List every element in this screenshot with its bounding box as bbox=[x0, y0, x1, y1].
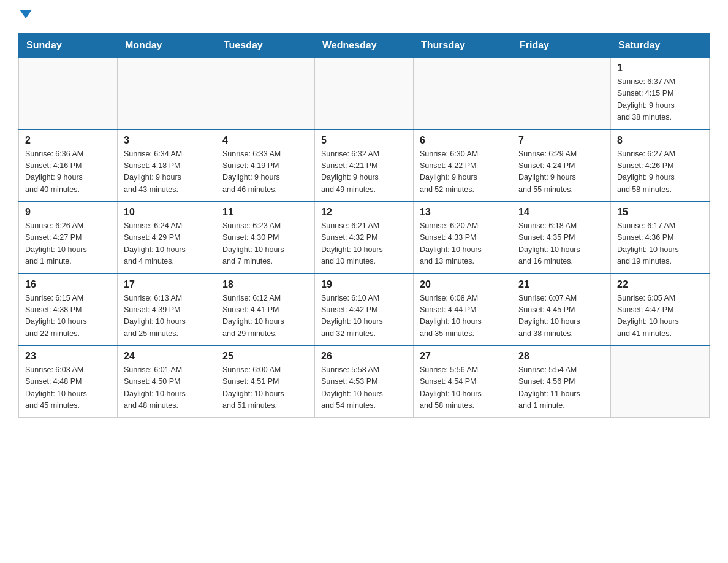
day-number: 11 bbox=[222, 207, 308, 218]
day-number: 8 bbox=[617, 135, 703, 146]
day-number: 4 bbox=[222, 135, 308, 146]
day-number: 15 bbox=[617, 207, 703, 218]
day-number: 6 bbox=[420, 135, 506, 146]
calendar-cell: 7Sunrise: 6:29 AM Sunset: 4:24 PM Daylig… bbox=[512, 129, 611, 202]
day-number: 3 bbox=[124, 135, 210, 146]
day-number: 12 bbox=[321, 207, 407, 218]
calendar-week-row: 1Sunrise: 6:37 AM Sunset: 4:15 PM Daylig… bbox=[19, 58, 710, 129]
day-info: Sunrise: 6:36 AM Sunset: 4:16 PM Dayligh… bbox=[25, 148, 111, 196]
calendar-cell: 22Sunrise: 6:05 AM Sunset: 4:47 PM Dayli… bbox=[611, 274, 710, 346]
calendar-cell: 8Sunrise: 6:27 AM Sunset: 4:26 PM Daylig… bbox=[611, 129, 710, 202]
day-info: Sunrise: 6:15 AM Sunset: 4:38 PM Dayligh… bbox=[25, 293, 111, 340]
calendar-cell: 19Sunrise: 6:10 AM Sunset: 4:42 PM Dayli… bbox=[315, 274, 414, 346]
calendar-cell: 26Sunrise: 5:58 AM Sunset: 4:53 PM Dayli… bbox=[315, 345, 414, 417]
calendar-header-row: SundayMondayTuesdayWednesdayThursdayFrid… bbox=[19, 34, 710, 58]
calendar-cell bbox=[611, 345, 710, 417]
page-header bbox=[18, 12, 710, 21]
day-number: 19 bbox=[321, 279, 407, 290]
col-header-friday: Friday bbox=[512, 34, 611, 58]
calendar-cell: 4Sunrise: 6:33 AM Sunset: 4:19 PM Daylig… bbox=[216, 129, 315, 202]
day-info: Sunrise: 6:23 AM Sunset: 4:30 PM Dayligh… bbox=[222, 220, 308, 268]
day-info: Sunrise: 5:58 AM Sunset: 4:53 PM Dayligh… bbox=[321, 364, 407, 412]
day-info: Sunrise: 6:29 AM Sunset: 4:24 PM Dayligh… bbox=[518, 148, 604, 196]
calendar-cell: 28Sunrise: 5:54 AM Sunset: 4:56 PM Dayli… bbox=[512, 345, 611, 417]
col-header-tuesday: Tuesday bbox=[216, 34, 315, 58]
day-info: Sunrise: 6:30 AM Sunset: 4:22 PM Dayligh… bbox=[420, 148, 506, 196]
calendar-week-row: 9Sunrise: 6:26 AM Sunset: 4:27 PM Daylig… bbox=[19, 201, 710, 274]
col-header-thursday: Thursday bbox=[414, 34, 512, 58]
day-info: Sunrise: 6:24 AM Sunset: 4:29 PM Dayligh… bbox=[124, 220, 210, 268]
calendar-cell bbox=[414, 58, 512, 129]
calendar-cell: 10Sunrise: 6:24 AM Sunset: 4:29 PM Dayli… bbox=[118, 201, 216, 274]
day-info: Sunrise: 6:37 AM Sunset: 4:15 PM Dayligh… bbox=[617, 76, 703, 124]
day-number: 7 bbox=[518, 135, 604, 146]
day-info: Sunrise: 6:08 AM Sunset: 4:44 PM Dayligh… bbox=[420, 293, 506, 340]
day-info: Sunrise: 6:27 AM Sunset: 4:26 PM Dayligh… bbox=[617, 148, 703, 196]
calendar-cell bbox=[216, 58, 315, 129]
day-number: 10 bbox=[124, 207, 210, 218]
calendar-cell: 14Sunrise: 6:18 AM Sunset: 4:35 PM Dayli… bbox=[512, 201, 611, 274]
col-header-sunday: Sunday bbox=[19, 34, 118, 58]
day-number: 24 bbox=[124, 351, 210, 362]
day-info: Sunrise: 5:56 AM Sunset: 4:54 PM Dayligh… bbox=[420, 364, 506, 412]
day-number: 22 bbox=[617, 279, 703, 290]
calendar-cell: 1Sunrise: 6:37 AM Sunset: 4:15 PM Daylig… bbox=[611, 58, 710, 129]
calendar-cell: 27Sunrise: 5:56 AM Sunset: 4:54 PM Dayli… bbox=[414, 345, 512, 417]
calendar-cell: 9Sunrise: 6:26 AM Sunset: 4:27 PM Daylig… bbox=[19, 201, 118, 274]
day-info: Sunrise: 6:13 AM Sunset: 4:39 PM Dayligh… bbox=[124, 293, 210, 340]
calendar-cell: 20Sunrise: 6:08 AM Sunset: 4:44 PM Dayli… bbox=[414, 274, 512, 346]
calendar-cell: 18Sunrise: 6:12 AM Sunset: 4:41 PM Dayli… bbox=[216, 274, 315, 346]
day-number: 14 bbox=[518, 207, 604, 218]
calendar-cell: 11Sunrise: 6:23 AM Sunset: 4:30 PM Dayli… bbox=[216, 201, 315, 274]
day-number: 20 bbox=[420, 279, 506, 290]
calendar-cell: 13Sunrise: 6:20 AM Sunset: 4:33 PM Dayli… bbox=[414, 201, 512, 274]
day-info: Sunrise: 6:07 AM Sunset: 4:45 PM Dayligh… bbox=[518, 293, 604, 340]
calendar-week-row: 2Sunrise: 6:36 AM Sunset: 4:16 PM Daylig… bbox=[19, 129, 710, 202]
day-number: 27 bbox=[420, 351, 506, 362]
calendar-cell: 24Sunrise: 6:01 AM Sunset: 4:50 PM Dayli… bbox=[118, 345, 216, 417]
day-number: 26 bbox=[321, 351, 407, 362]
calendar-cell: 2Sunrise: 6:36 AM Sunset: 4:16 PM Daylig… bbox=[19, 129, 118, 202]
day-number: 2 bbox=[25, 135, 111, 146]
calendar-cell: 6Sunrise: 6:30 AM Sunset: 4:22 PM Daylig… bbox=[414, 129, 512, 202]
day-number: 13 bbox=[420, 207, 506, 218]
calendar-week-row: 23Sunrise: 6:03 AM Sunset: 4:48 PM Dayli… bbox=[19, 345, 710, 417]
day-info: Sunrise: 6:10 AM Sunset: 4:42 PM Dayligh… bbox=[321, 293, 407, 340]
day-info: Sunrise: 5:54 AM Sunset: 4:56 PM Dayligh… bbox=[518, 364, 604, 412]
logo bbox=[18, 12, 32, 21]
day-info: Sunrise: 6:33 AM Sunset: 4:19 PM Dayligh… bbox=[222, 148, 308, 196]
col-header-wednesday: Wednesday bbox=[315, 34, 414, 58]
calendar-cell: 25Sunrise: 6:00 AM Sunset: 4:51 PM Dayli… bbox=[216, 345, 315, 417]
day-number: 23 bbox=[25, 351, 111, 362]
day-number: 17 bbox=[124, 279, 210, 290]
calendar-cell: 23Sunrise: 6:03 AM Sunset: 4:48 PM Dayli… bbox=[19, 345, 118, 417]
calendar-cell bbox=[19, 58, 118, 129]
col-header-monday: Monday bbox=[118, 34, 216, 58]
col-header-saturday: Saturday bbox=[611, 34, 710, 58]
day-number: 16 bbox=[25, 279, 111, 290]
day-number: 25 bbox=[222, 351, 308, 362]
calendar-cell bbox=[315, 58, 414, 129]
calendar-cell: 21Sunrise: 6:07 AM Sunset: 4:45 PM Dayli… bbox=[512, 274, 611, 346]
day-number: 5 bbox=[321, 135, 407, 146]
day-info: Sunrise: 6:05 AM Sunset: 4:47 PM Dayligh… bbox=[617, 293, 703, 340]
day-info: Sunrise: 6:26 AM Sunset: 4:27 PM Dayligh… bbox=[25, 220, 111, 268]
day-info: Sunrise: 6:00 AM Sunset: 4:51 PM Dayligh… bbox=[222, 364, 308, 412]
calendar-cell bbox=[118, 58, 216, 129]
day-info: Sunrise: 6:34 AM Sunset: 4:18 PM Dayligh… bbox=[124, 148, 210, 196]
calendar-cell: 12Sunrise: 6:21 AM Sunset: 4:32 PM Dayli… bbox=[315, 201, 414, 274]
calendar-week-row: 16Sunrise: 6:15 AM Sunset: 4:38 PM Dayli… bbox=[19, 274, 710, 346]
day-info: Sunrise: 6:03 AM Sunset: 4:48 PM Dayligh… bbox=[25, 364, 111, 412]
day-number: 21 bbox=[518, 279, 604, 290]
day-info: Sunrise: 6:21 AM Sunset: 4:32 PM Dayligh… bbox=[321, 220, 407, 268]
day-info: Sunrise: 6:20 AM Sunset: 4:33 PM Dayligh… bbox=[420, 220, 506, 268]
day-number: 18 bbox=[222, 279, 308, 290]
day-info: Sunrise: 6:32 AM Sunset: 4:21 PM Dayligh… bbox=[321, 148, 407, 196]
day-info: Sunrise: 6:12 AM Sunset: 4:41 PM Dayligh… bbox=[222, 293, 308, 340]
calendar-cell: 17Sunrise: 6:13 AM Sunset: 4:39 PM Dayli… bbox=[118, 274, 216, 346]
calendar-cell: 3Sunrise: 6:34 AM Sunset: 4:18 PM Daylig… bbox=[118, 129, 216, 202]
calendar-cell: 15Sunrise: 6:17 AM Sunset: 4:36 PM Dayli… bbox=[611, 201, 710, 274]
day-info: Sunrise: 6:17 AM Sunset: 4:36 PM Dayligh… bbox=[617, 220, 703, 268]
calendar-cell: 16Sunrise: 6:15 AM Sunset: 4:38 PM Dayli… bbox=[19, 274, 118, 346]
calendar-cell: 5Sunrise: 6:32 AM Sunset: 4:21 PM Daylig… bbox=[315, 129, 414, 202]
